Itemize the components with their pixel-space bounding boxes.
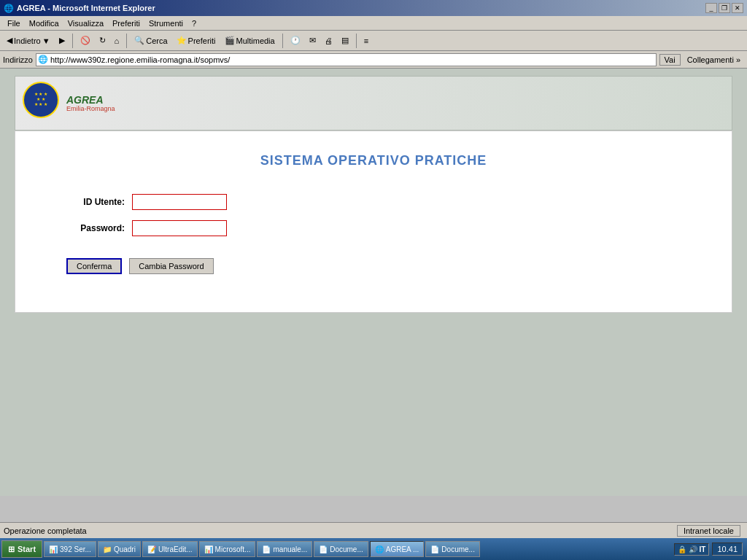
separator-4 bbox=[356, 34, 357, 48]
taskbar-item-3[interactable]: 📊 Microsoft... bbox=[199, 541, 256, 557]
taskbar-icon-3: 📊 bbox=[204, 545, 213, 553]
taskbar-item-2[interactable]: 📝 UltraEdit... bbox=[142, 541, 198, 557]
browser-icon: 🌐 bbox=[4, 4, 14, 13]
history-icon: 🕐 bbox=[290, 36, 301, 45]
url-input[interactable] bbox=[50, 55, 654, 64]
menu-help[interactable]: ? bbox=[187, 18, 201, 29]
links-button[interactable]: Collegamenti » bbox=[684, 54, 744, 66]
taskbar-item-5[interactable]: 📄 Docume... bbox=[314, 541, 368, 557]
id-utente-input[interactable] bbox=[132, 194, 227, 210]
window-title: AGREA - Microsoft Internet Explorer bbox=[17, 4, 155, 12]
mail-icon: ✉ bbox=[309, 36, 316, 45]
cambia-password-button[interactable]: Cambia Password bbox=[129, 258, 213, 274]
taskbar: ⊞ Start 📊 392 Ser... 📁 Quadri 📝 UltraEdi… bbox=[0, 538, 747, 560]
restore-button[interactable]: ❐ bbox=[719, 3, 730, 13]
form-fields: ID Utente: Password: bbox=[66, 194, 703, 236]
title-bar-buttons: _ ❐ ✕ bbox=[705, 3, 743, 13]
minimize-button[interactable]: _ bbox=[705, 3, 717, 13]
start-button[interactable]: ⊞ Start bbox=[1, 540, 42, 558]
page-wrapper: ★ ★ ★★ ★★ ★ ★ AGREA Emilia-Romagna SISTE… bbox=[0, 69, 747, 496]
multimedia-button[interactable]: 🎬 Multimedia bbox=[221, 33, 279, 49]
refresh-icon: ↻ bbox=[99, 36, 106, 45]
conferma-button[interactable]: Conferma bbox=[66, 258, 122, 274]
password-input[interactable] bbox=[132, 220, 227, 236]
multimedia-icon: 🎬 bbox=[225, 36, 235, 45]
taskbar-icon-2: 📝 bbox=[147, 545, 156, 553]
taskbar-icon-1: 📁 bbox=[103, 545, 112, 553]
favorites-icon: ⭐ bbox=[177, 36, 187, 45]
refresh-button[interactable]: ↻ bbox=[96, 33, 109, 49]
taskbar-item-6[interactable]: 🌐 AGREA ... bbox=[370, 541, 425, 557]
agrea-logo: ★ ★ ★★ ★★ ★ ★ AGREA Emilia-Romagna bbox=[23, 82, 115, 125]
search-button[interactable]: 🔍 Cerca bbox=[131, 33, 171, 49]
taskbar-icon-0: 📊 bbox=[49, 545, 58, 553]
taskbar-label-3: Microsoft... bbox=[215, 545, 251, 553]
taskbar-right: 🔒 🔊 IT 10.41 bbox=[674, 542, 746, 556]
taskbar-icon-4: 📄 bbox=[262, 545, 271, 553]
back-label: Indietro bbox=[14, 36, 41, 45]
login-container: SISTEMA OPERATIVO PRATICHE ID Utente: Pa… bbox=[15, 131, 732, 313]
form-buttons: Conferma Cambia Password bbox=[66, 258, 703, 274]
taskbar-label-6: AGREA ... bbox=[386, 545, 419, 553]
password-row: Password: bbox=[66, 220, 703, 236]
favorites-label: Preferiti bbox=[188, 36, 216, 45]
security-zone: Intranet locale bbox=[677, 525, 740, 537]
header-area: ★ ★ ★★ ★★ ★ ★ AGREA Emilia-Romagna bbox=[15, 76, 732, 131]
menu-bar: File Modifica Visualizza Preferiti Strum… bbox=[0, 16, 747, 31]
menu-visualizza[interactable]: Visualizza bbox=[63, 18, 108, 29]
favorites-button[interactable]: ⭐ Preferiti bbox=[173, 33, 220, 49]
title-bar-left: 🌐 AGREA - Microsoft Internet Explorer bbox=[4, 4, 155, 13]
status-bar: Operazione completata Intranet locale bbox=[0, 522, 747, 538]
mail-button[interactable]: ✉ bbox=[306, 33, 320, 49]
system-clock: 10.41 bbox=[712, 542, 743, 556]
back-dropdown-icon[interactable]: ▼ bbox=[42, 36, 50, 45]
eu-circle: ★ ★ ★★ ★★ ★ ★ bbox=[23, 82, 59, 118]
id-utente-row: ID Utente: bbox=[66, 194, 703, 210]
status-message: Operazione completata bbox=[4, 526, 677, 535]
taskbar-item-7[interactable]: 📄 Docume... bbox=[425, 541, 480, 557]
taskbar-label-0: 392 Ser... bbox=[60, 545, 91, 553]
separator-2 bbox=[126, 34, 127, 48]
back-icon: ◀ bbox=[7, 36, 12, 45]
multimedia-label: Multimedia bbox=[236, 36, 275, 45]
go-button[interactable]: Vai bbox=[659, 54, 681, 66]
stop-button[interactable]: 🚫 bbox=[77, 33, 94, 49]
home-button[interactable]: ⌂ bbox=[111, 33, 123, 49]
home-icon: ⌂ bbox=[115, 36, 120, 45]
eu-flag: ★ ★ ★★ ★★ ★ ★ bbox=[34, 92, 47, 108]
menu-strumenti[interactable]: Strumenti bbox=[144, 18, 187, 29]
search-label: Cerca bbox=[146, 36, 167, 45]
system-tray: 🔒 🔊 IT bbox=[674, 543, 710, 556]
browser-content[interactable]: ★ ★ ★★ ★★ ★ ★ AGREA Emilia-Romagna SISTE… bbox=[0, 69, 747, 496]
size-icon: ▤ bbox=[341, 36, 349, 45]
close-button[interactable]: ✕ bbox=[732, 3, 743, 13]
title-bar: 🌐 AGREA - Microsoft Internet Explorer _ … bbox=[0, 0, 747, 16]
stop-icon: 🚫 bbox=[80, 36, 90, 45]
taskbar-item-0[interactable]: 📊 392 Ser... bbox=[44, 541, 96, 557]
taskbar-icon-7: 📄 bbox=[430, 545, 439, 553]
history-button[interactable]: 🕐 bbox=[287, 33, 304, 49]
taskbar-item-1[interactable]: 📁 Quadri bbox=[98, 541, 141, 557]
discuss-button[interactable]: ≡ bbox=[360, 33, 372, 49]
volume-icon: 🔊 bbox=[689, 545, 697, 553]
forward-icon: ▶ bbox=[59, 36, 65, 45]
print-button[interactable]: 🖨 bbox=[321, 33, 336, 49]
menu-preferiti[interactable]: Preferiti bbox=[108, 18, 144, 29]
separator-3 bbox=[282, 34, 283, 48]
browser-window: 🌐 AGREA - Microsoft Internet Explorer _ … bbox=[0, 0, 747, 560]
taskbar-label-1: Quadri bbox=[114, 545, 136, 553]
start-icon: ⊞ bbox=[8, 545, 15, 554]
forward-button[interactable]: ▶ bbox=[55, 33, 69, 49]
logo-container: ★ ★ ★★ ★★ ★ ★ bbox=[23, 82, 63, 125]
menu-file[interactable]: File bbox=[3, 18, 25, 29]
search-icon: 🔍 bbox=[134, 36, 144, 45]
address-input-container: 🌐 bbox=[36, 53, 657, 66]
taskbar-label-2: UltraEdit... bbox=[158, 545, 193, 553]
logo-text: AGREA Emilia-Romagna bbox=[66, 95, 115, 112]
size-button[interactable]: ▤ bbox=[338, 33, 352, 49]
taskbar-item-4[interactable]: 📄 manuale... bbox=[257, 541, 312, 557]
menu-modifica[interactable]: Modifica bbox=[25, 18, 63, 29]
page-icon: 🌐 bbox=[38, 55, 48, 64]
back-button[interactable]: ◀ Indietro ▼ bbox=[3, 33, 54, 49]
keyboard-icon: IT bbox=[700, 545, 706, 553]
